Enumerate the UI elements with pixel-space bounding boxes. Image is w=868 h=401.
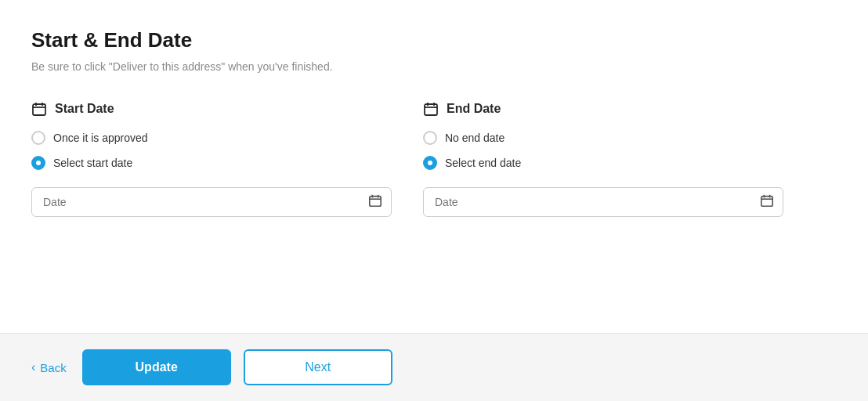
end-date-input[interactable] [423,187,783,217]
end-calendar-icon [423,101,439,117]
end-date-column: End Date No end date Select end date [423,101,783,217]
main-content: Start & End Date Be sure to click "Deliv… [0,0,868,333]
page-subtitle: Be sure to click "Deliver to this addres… [31,60,837,73]
start-option-once-approved[interactable]: Once it is approved [31,131,392,145]
start-option-select-date[interactable]: Select start date [31,156,392,170]
start-radio-select-date[interactable] [31,156,45,170]
start-radio-once-approved[interactable] [31,131,45,145]
end-option-select-date[interactable]: Select end date [423,156,783,170]
end-select-date-label: Select end date [445,157,521,169]
svg-rect-8 [425,104,437,115]
end-date-input-wrapper [423,187,783,217]
end-date-header: End Date [423,101,783,117]
end-radio-no-end[interactable] [423,131,437,145]
start-date-header: Start Date [31,101,392,117]
update-button[interactable]: Update [82,349,231,385]
end-date-radio-group: No end date Select end date [423,131,783,170]
back-label: Back [40,361,66,374]
back-chevron-icon: ‹ [31,361,35,374]
page-title: Start & End Date [31,28,837,52]
start-date-input[interactable] [31,187,392,217]
start-date-input-wrapper [31,187,392,217]
start-date-label: Start Date [55,102,114,116]
start-once-approved-label: Once it is approved [53,132,148,144]
end-option-no-end-date[interactable]: No end date [423,131,783,145]
start-date-radio-group: Once it is approved Select start date [31,131,392,170]
start-calendar-icon [31,101,47,117]
start-date-column: Start Date Once it is approved Select st… [31,101,392,217]
end-no-end-label: No end date [445,132,505,144]
end-date-label: End Date [447,102,501,116]
svg-rect-0 [33,104,45,115]
date-section: Start Date Once it is approved Select st… [31,101,837,217]
next-button[interactable]: Next [244,349,392,385]
footer: ‹ Back Update Next [0,333,868,401]
end-radio-select-date[interactable] [423,156,437,170]
start-select-date-label: Select start date [53,157,132,169]
back-link[interactable]: ‹ Back [31,361,67,374]
